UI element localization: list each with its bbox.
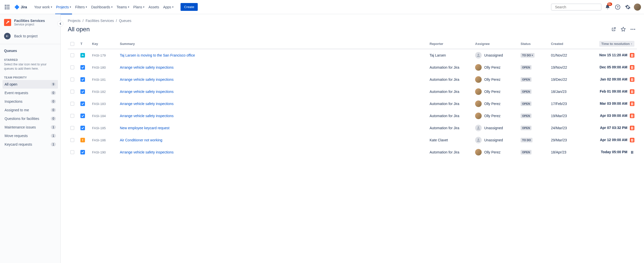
row-checkbox[interactable] <box>70 77 74 82</box>
assignee-cell[interactable]: Unassigned <box>475 52 516 59</box>
issue-key[interactable]: FASI-184 <box>90 110 117 122</box>
queue-item-inspections[interactable]: Inspections0 <box>3 97 58 106</box>
settings-button[interactable] <box>624 3 632 11</box>
issue-key[interactable]: FASI-181 <box>90 73 117 86</box>
row-checkbox[interactable] <box>70 150 74 154</box>
queue-item-questions-for-facilities[interactable]: Questions for facilities0 <box>3 114 58 123</box>
issue-key[interactable]: FASI-190 <box>90 146 117 158</box>
breadcrumb-queues[interactable]: Queues <box>119 19 131 23</box>
queues-heading[interactable]: Queues <box>3 46 58 55</box>
issue-key[interactable]: FASI-182 <box>90 86 117 98</box>
breadcrumb-projects[interactable]: Projects <box>68 19 81 23</box>
table-row[interactable]: FASI-184Arrange vehicle safety inspectio… <box>68 110 637 122</box>
col-sla[interactable]: Time to resolution ↑ <box>581 39 637 49</box>
more-button[interactable] <box>629 25 637 33</box>
queue-item-keycard-requests[interactable]: Keycard requests1 <box>3 140 58 149</box>
profile-avatar[interactable] <box>634 4 641 11</box>
status-lozenge[interactable]: OPEN <box>521 126 531 130</box>
app-switcher-icon[interactable] <box>3 3 11 11</box>
status-lozenge[interactable]: OPEN <box>521 150 531 154</box>
queue-item-all-open[interactable]: All open9 <box>3 80 58 89</box>
table-row[interactable]: FASI-180Arrange vehicle safety inspectio… <box>68 61 637 73</box>
create-button[interactable]: Create <box>181 3 198 11</box>
nav-item-projects[interactable]: Projects ▾ <box>54 4 73 11</box>
status-lozenge[interactable]: OPEN <box>521 89 531 94</box>
assignee-cell[interactable]: Unassigned <box>475 137 516 143</box>
issue-summary-link[interactable]: New employee keycard request <box>120 126 169 130</box>
issue-key[interactable]: FASI-180 <box>90 61 117 73</box>
select-all-checkbox[interactable] <box>70 42 74 46</box>
search-input[interactable] <box>555 5 599 9</box>
assignee-cell[interactable]: Unassigned <box>475 125 516 131</box>
created-date: 19/Dec/22 <box>548 73 581 86</box>
table-row[interactable]: FASI-181Arrange vehicle safety inspectio… <box>68 73 637 86</box>
collapse-sidebar-button[interactable] <box>57 21 63 27</box>
status-lozenge[interactable]: TO DO <box>521 138 532 142</box>
issue-summary-link[interactable]: Air Conditioner not working <box>120 138 162 142</box>
issue-key[interactable]: FASI-179 <box>90 49 117 61</box>
star-button[interactable] <box>619 25 627 33</box>
project-header[interactable]: Facilities Services Service project <box>3 19 58 30</box>
notifications-button[interactable]: 9+ <box>604 3 612 11</box>
queue-item-assigned-to-me[interactable]: Assigned to me0 <box>3 106 58 114</box>
row-checkbox[interactable] <box>70 114 74 118</box>
queue-item-move-requests[interactable]: Move requests1 <box>3 132 58 140</box>
row-checkbox[interactable] <box>70 90 74 94</box>
col-reporter[interactable]: Reporter <box>427 39 473 49</box>
row-checkbox[interactable] <box>70 102 74 106</box>
col-key[interactable]: Key <box>90 39 117 49</box>
assignee-cell[interactable]: Olly Perez <box>475 64 516 71</box>
help-button[interactable]: ? <box>614 3 622 11</box>
assignee-name: Olly Perez <box>484 90 501 94</box>
queue-item-maintenance-issues[interactable]: Maintenance issues1 <box>3 123 58 132</box>
issue-key[interactable]: FASI-183 <box>90 98 117 110</box>
issue-summary-link[interactable]: Arrange vehicle safety inspections <box>120 77 173 82</box>
queue-item-event-requests[interactable]: Event requests0 <box>3 89 58 97</box>
nav-item-plans[interactable]: Plans ▾ <box>131 4 146 11</box>
assignee-cell[interactable]: Olly Perez <box>475 113 516 119</box>
row-checkbox[interactable] <box>70 138 74 142</box>
nav-item-teams[interactable]: Teams ▾ <box>115 4 131 11</box>
issue-summary-link[interactable]: Arrange vehicle safety inspections <box>120 150 173 154</box>
row-checkbox[interactable] <box>70 65 74 69</box>
table-row[interactable]: FASI-183Arrange vehicle safety inspectio… <box>68 98 637 110</box>
row-checkbox[interactable] <box>70 126 74 130</box>
table-row[interactable]: FASI-179Taj Larsen is moving to the San … <box>68 49 637 61</box>
issue-summary-link[interactable]: Arrange vehicle safety inspections <box>120 102 173 106</box>
col-status[interactable]: Status <box>518 39 548 49</box>
table-row[interactable]: FASI-185New employee keycard requestAuto… <box>68 122 637 134</box>
status-lozenge[interactable]: OPEN <box>521 65 531 70</box>
assignee-cell[interactable]: Olly Perez <box>475 100 516 107</box>
nav-item-filters[interactable]: Filters ▾ <box>73 4 89 11</box>
issue-summary-link[interactable]: Arrange vehicle safety inspections <box>120 90 173 94</box>
col-type[interactable]: T <box>78 39 90 49</box>
table-row[interactable]: FASI-186Air Conditioner not workingKate … <box>68 134 637 146</box>
issue-key[interactable]: FASI-185 <box>90 122 117 134</box>
nav-item-dashboards[interactable]: Dashboards ▾ <box>89 4 115 11</box>
back-to-project-link[interactable]: Back to project <box>3 30 58 42</box>
assignee-cell[interactable]: Olly Perez <box>475 149 516 155</box>
issue-summary-link[interactable]: Arrange vehicle safety inspections <box>120 65 173 69</box>
status-lozenge[interactable]: TO DO ▾ <box>521 53 535 58</box>
status-lozenge[interactable]: OPEN <box>521 101 531 106</box>
status-lozenge[interactable]: OPEN <box>521 114 531 118</box>
table-row[interactable]: FASI-190Arrange vehicle safety inspectio… <box>68 146 637 158</box>
issue-summary-link[interactable]: Arrange vehicle safety inspections <box>120 114 173 118</box>
open-external-button[interactable] <box>610 25 618 33</box>
col-assignee[interactable]: Assignee <box>473 39 518 49</box>
status-lozenge[interactable]: OPEN <box>521 77 531 82</box>
search-box[interactable] <box>551 4 602 11</box>
nav-item-apps[interactable]: Apps ▾ <box>161 4 175 11</box>
breadcrumb-project[interactable]: Facilities Services <box>85 19 114 23</box>
nav-item-assets[interactable]: Assets <box>146 4 161 11</box>
assignee-cell[interactable]: Olly Perez <box>475 76 516 83</box>
assignee-cell[interactable]: Olly Perez <box>475 88 516 95</box>
col-created[interactable]: Created <box>548 39 581 49</box>
nav-item-your-work[interactable]: Your work ▾ <box>32 4 54 11</box>
col-summary[interactable]: Summary <box>117 39 427 49</box>
issue-key[interactable]: FASI-186 <box>90 134 117 146</box>
issue-summary-link[interactable]: Taj Larsen is moving to the San Francisc… <box>120 53 195 57</box>
table-row[interactable]: FASI-182Arrange vehicle safety inspectio… <box>68 86 637 98</box>
jira-logo[interactable]: Jira <box>14 4 27 10</box>
row-checkbox[interactable] <box>70 53 74 57</box>
